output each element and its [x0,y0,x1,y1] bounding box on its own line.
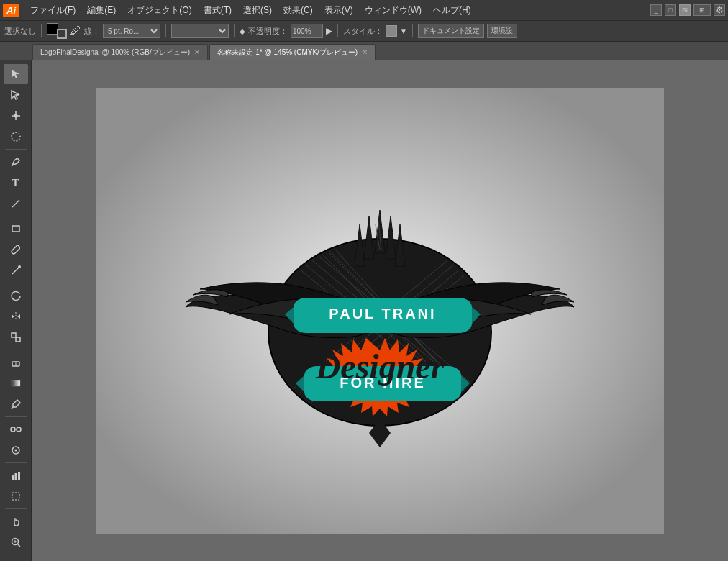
svg-line-8 [12,200,19,207]
stroke-icon: 🖊 [70,24,81,37]
tool-rotate[interactable] [4,286,28,306]
menu-view[interactable]: 表示(V) [319,3,358,18]
app-logo: Ai [3,4,19,17]
selection-status: 選択なし [4,26,36,37]
toolbar-sep-2 [165,24,166,37]
tool-sep-7 [5,508,27,509]
svg-marker-48 [364,216,374,259]
toolbar-sep-4 [337,24,338,37]
tab-untitled[interactable]: 名称未設定-1* @ 145% (CMYK/プレビュー) ✕ [209,44,376,60]
tool-gradient[interactable] [4,373,28,393]
stroke-style-select[interactable]: 5 pt. Ro... [103,24,160,38]
svg-marker-11 [19,293,20,294]
svg-point-21 [11,427,15,432]
tool-symbol-sprayer[interactable] [4,440,28,460]
tab-close-1[interactable]: ✕ [362,48,368,56]
svg-marker-47 [375,210,385,253]
tool-zoom[interactable] [4,532,28,552]
opacity-text-label: 不透明度： [248,26,288,37]
menu-help[interactable]: ヘルプ(H) [428,3,476,18]
tool-hand[interactable] [4,511,28,532]
options-toolbar: 選択なし 🖊 線： 5 pt. Ro... — — — — ◆ 不透明度： ▶ … [0,20,728,42]
toolbar-sep-3 [234,24,235,37]
svg-rect-16 [16,337,20,342]
menu-bar: Ai ファイル(F) 編集(E) オブジェクト(O) 書式(T) 選択(S) 効… [0,0,728,20]
svg-rect-27 [18,472,20,480]
tool-paintbrush[interactable] [4,240,28,260]
stroke-label: 線： [84,26,100,37]
menu-select[interactable]: 選択(S) [238,3,277,18]
opacity-arrow[interactable]: ▶ [326,26,332,36]
tool-scale[interactable] [4,327,28,347]
style-panel-btn[interactable]: St [679,4,691,16]
tool-sep-5 [5,416,27,417]
style-swatch[interactable] [386,25,397,37]
tool-rectangle[interactable] [4,219,28,239]
menu-window[interactable]: ウィンドウ(W) [360,3,427,18]
svg-point-6 [14,114,17,118]
tool-sep-2 [5,216,27,216]
style-label: スタイル： [343,26,383,37]
svg-rect-26 [14,473,17,480]
svg-rect-15 [12,333,16,337]
svg-rect-9 [12,226,19,232]
svg-point-24 [14,450,17,452]
tool-line[interactable] [4,193,28,214]
svg-marker-0 [12,70,19,78]
style-arrow[interactable]: ▼ [400,27,407,35]
toolbar-sep-1 [41,24,42,37]
svg-marker-14 [17,314,20,319]
tool-direct-selection[interactable] [4,85,28,105]
artboard: PAUL TRANI FOR HIRE [96,88,664,534]
svg-rect-28 [12,493,19,500]
menu-edit[interactable]: 編集(E) [82,3,121,18]
svg-marker-13 [12,314,14,319]
menu-effect[interactable]: 効果(C) [278,3,318,18]
tool-pen[interactable] [4,152,28,172]
tool-column-graph[interactable] [4,465,28,485]
tool-eraser[interactable] [4,352,28,373]
svg-point-22 [17,427,21,432]
tool-blend[interactable] [4,419,28,439]
tool-lasso[interactable] [4,127,28,147]
logo-svg: PAUL TRANI FOR HIRE [178,138,581,483]
env-settings-button[interactable]: 環境設 [487,24,517,38]
tool-pencil[interactable] [4,260,28,280]
tool-eyedropper[interactable] [4,394,28,414]
logo-artwork: PAUL TRANI FOR HIRE [178,138,581,483]
document-tabs: LogoFinalDesignai @ 100% (RGB/プレビュー) ✕ 名… [0,42,728,60]
tab-logo-final[interactable]: LogoFinalDesignai @ 100% (RGB/プレビュー) ✕ [32,44,208,60]
toolbar-sep-5 [412,24,413,37]
tool-type[interactable]: T [4,173,28,193]
opacity-input[interactable] [291,24,323,38]
tool-sep-6 [5,462,27,463]
canvas-area[interactable]: PAUL TRANI FOR HIRE [32,60,728,561]
stroke-color[interactable] [57,29,67,39]
tool-sep-3 [5,283,27,283]
svg-marker-49 [386,216,396,259]
menu-type[interactable]: 書式(T) [199,3,237,18]
svg-line-30 [17,544,20,547]
doc-settings-button[interactable]: ドキュメント設定 [418,24,484,38]
minimize-btn[interactable]: _ [650,4,662,16]
type-icon: T [12,177,19,189]
opacity-label: ◆ [240,27,245,35]
fill-stroke-widget[interactable] [47,23,67,39]
settings-icon[interactable]: ⚙ [714,4,725,16]
menu-object[interactable]: オブジェクト(O) [122,3,196,18]
tool-magic-wand[interactable] [4,106,28,126]
tool-sep-1 [5,149,27,150]
svg-rect-19 [12,380,20,386]
tool-selection[interactable] [4,64,28,84]
menu-file[interactable]: ファイル(F) [25,3,81,18]
tool-artboard[interactable] [4,486,28,506]
maximize-btn[interactable]: □ [665,4,676,16]
tool-panel: T [0,60,32,561]
svg-line-20 [12,407,13,409]
stroke-color-select[interactable]: — — — — [171,24,229,38]
svg-marker-1 [12,91,19,99]
tab-close-0[interactable]: ✕ [194,48,200,56]
arrangement-btn[interactable]: ⊞ [693,4,711,16]
svg-text:PAUL TRANI: PAUL TRANI [329,306,436,321]
tool-reflect[interactable] [4,306,28,327]
